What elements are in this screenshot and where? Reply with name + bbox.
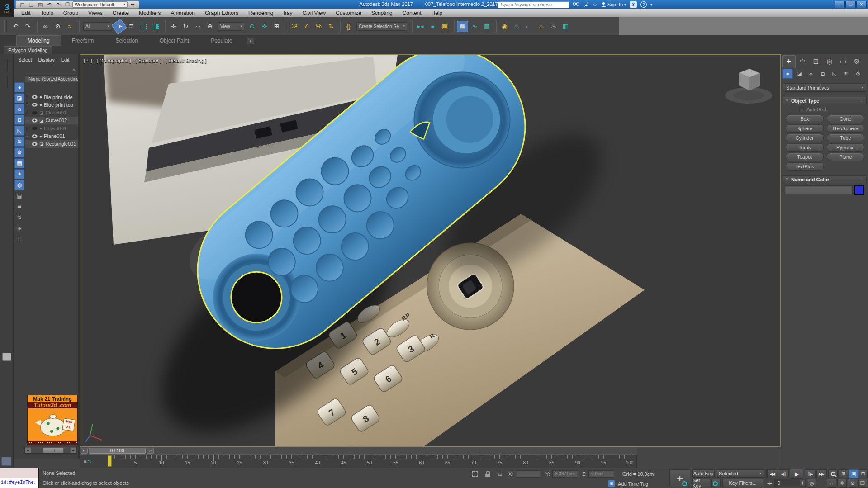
select-object-button[interactable]: ➤ — [111, 19, 127, 34]
hierarchy-toggle-toggle[interactable]: ≣ — [14, 202, 24, 212]
current-time-marker[interactable] — [108, 455, 112, 467]
box-button[interactable]: Box — [786, 115, 824, 123]
isolate-selection-toggle[interactable] — [471, 470, 479, 478]
listener-macro-row[interactable] — [0, 468, 38, 478]
add-time-tag-label[interactable]: Add Time Tag — [618, 481, 648, 487]
cone-button[interactable]: Cone — [827, 115, 865, 123]
snaps-toggle-button[interactable]: 3² — [289, 21, 300, 32]
new-file-icon[interactable]: ▢ — [18, 1, 26, 8]
redo-icon[interactable]: ↷ — [54, 1, 62, 8]
display-materials-toggle[interactable]: ◍ — [14, 180, 24, 190]
restore-button[interactable]: ❐ — [845, 1, 856, 8]
explorer-menu-edit[interactable]: Edit — [61, 57, 70, 62]
display-geometry-toggle[interactable]: ● — [14, 82, 24, 92]
mirror-button[interactable]: ▸◂ — [415, 21, 426, 32]
ribbon-tab-selection[interactable]: Selection — [104, 36, 148, 46]
torus-button[interactable]: Torus — [786, 143, 824, 152]
auto-key-button[interactable]: Auto Key — [692, 469, 715, 478]
menu-animation[interactable]: Animation — [166, 9, 200, 17]
time-slider-thumb[interactable]: 0 / 100 — [89, 448, 146, 454]
search-input[interactable] — [498, 1, 569, 8]
render-production-button[interactable]: ♨ — [536, 21, 547, 32]
ribbon-tab-object-paint[interactable]: Object Paint — [149, 36, 200, 46]
cameras-category[interactable]: ◘ — [817, 69, 828, 79]
search-collapse-icon[interactable]: ▸ — [492, 3, 494, 7]
communication-center-icon[interactable] — [583, 2, 589, 8]
display-lights-toggle[interactable]: ☼ — [14, 104, 24, 114]
absolute-mode-transform-icon[interactable]: ⊡ — [497, 470, 504, 478]
dock-grip[interactable] — [5, 60, 8, 71]
workspace-menu-icon[interactable]: ≂ — [128, 1, 137, 8]
go-to-end-button[interactable]: ▶▶ — [816, 469, 827, 478]
y-coordinate-field[interactable]: 3,3871cm — [552, 470, 578, 478]
window-crossing-toggle-button[interactable] — [150, 21, 161, 32]
geosphere-button[interactable]: GeoSphere — [827, 124, 865, 133]
edit-named-selection-sets-button[interactable]: {} — [343, 21, 354, 32]
unlink-selection-button[interactable]: ⊘ — [52, 21, 63, 32]
shapes-category[interactable]: ◪ — [794, 69, 805, 79]
x-coordinate-field[interactable] — [516, 470, 541, 478]
autogrid-checkbox[interactable] — [799, 107, 804, 112]
time-slider[interactable]: < 0 / 100 > — [80, 447, 637, 454]
search-icon[interactable] — [573, 2, 579, 7]
render-setup-button[interactable]: ♨ — [511, 21, 522, 32]
expand-toggle-toggle[interactable]: ⇅ — [14, 213, 24, 223]
curve-editor-button[interactable]: ∿ — [469, 21, 480, 32]
viewport-label-segment-2[interactable]: [ Standard ] — [135, 58, 161, 63]
undo-icon[interactable]: ↶ — [45, 1, 53, 8]
visibility-eye-icon[interactable] — [32, 103, 38, 107]
toggle-ribbon-button[interactable]: ▦ — [457, 21, 468, 32]
toggle-scene-explorer-button[interactable]: ▤ — [439, 21, 451, 32]
set-key-icon-button[interactable] — [711, 479, 721, 487]
zoom-extents-all-button[interactable]: ⊡ — [859, 469, 868, 478]
set-keys-button[interactable]: + — [669, 469, 690, 487]
ab-comparison-button[interactable]: ◧ — [560, 21, 571, 32]
explorer-row-blue-print-top[interactable]: ●Blue print top — [25, 101, 78, 109]
menu-civil-view[interactable]: Civil View — [297, 9, 331, 17]
orbit-button[interactable]: ⊚ — [848, 479, 857, 488]
select-and-manipulate-button[interactable]: ✜ — [259, 21, 270, 32]
explorer-row-object001[interactable]: ●Object001 — [25, 124, 78, 132]
zoom-region-button[interactable]: ◌ — [827, 479, 836, 488]
visibility-eye-icon[interactable] — [32, 111, 38, 115]
schematic-view-button[interactable]: ▥ — [481, 21, 493, 32]
object-color-swatch[interactable] — [854, 185, 864, 195]
geometry-category[interactable]: ● — [782, 69, 793, 79]
plane-button[interactable]: Plane — [827, 153, 865, 161]
3ds-max-app-logo[interactable]: 3 MAX — [0, 0, 14, 17]
display-xrefs-toggle[interactable]: ✦ — [14, 169, 24, 179]
lights-category[interactable]: ☼ — [806, 69, 816, 79]
explorer-menu-select[interactable]: Select — [18, 57, 32, 62]
save-file-icon[interactable]: ▤ — [36, 1, 44, 8]
z-coordinate-field[interactable]: 0,0cm — [588, 470, 614, 478]
help-chevron-icon[interactable]: ▾ — [650, 3, 652, 7]
visibility-eye-icon[interactable] — [32, 134, 38, 138]
workspace-dropdown[interactable]: Workspace: Default ▾ — [72, 1, 128, 8]
percent-snap-toggle-button[interactable]: % — [313, 21, 324, 32]
utilities-tab[interactable]: ⚙ — [850, 55, 863, 68]
ribbon-overflow-icon[interactable]: ▾ — [247, 38, 254, 44]
open-file-icon[interactable]: ❏ — [27, 1, 35, 8]
spinner-snap-toggle-button[interactable]: ⇅ — [325, 21, 337, 32]
explorer-row-ble-print-side[interactable]: ●Ble print side — [25, 93, 78, 101]
pyramid-button[interactable]: Pyramid — [827, 143, 865, 152]
viewport-canvas[interactable]: MF DC MUTE RP R 12345678 — [80, 55, 780, 446]
material-editor-button[interactable]: ◉ — [499, 21, 510, 32]
menu-help[interactable]: Help — [427, 9, 448, 17]
helpers-category[interactable]: ◺ — [829, 69, 840, 79]
project-folder-icon[interactable]: ❐ — [63, 1, 71, 8]
explorer-row-plane001[interactable]: ●Plane001 — [25, 133, 78, 140]
menu-graph-editors[interactable]: Graph Editors — [200, 9, 243, 17]
explorer-hscrollbar[interactable]: ◀ ||| ▶ — [24, 447, 77, 454]
pan-hand-button[interactable]: ✥ — [837, 479, 847, 488]
selection-lock-toggle[interactable] — [484, 470, 491, 478]
maxscript-mini-listener[interactable]: id:#eyeInThe: — [0, 468, 39, 488]
menu-rendering[interactable]: Rendering — [243, 9, 278, 17]
ribbon-tab-modeling[interactable]: Modeling — [16, 35, 61, 46]
menu-content[interactable]: Content — [398, 9, 427, 17]
redo-button[interactable]: ↷ — [22, 21, 33, 32]
grid-toggle-toggle[interactable]: ⊞ — [14, 223, 24, 233]
previous-frame-button[interactable]: ◀❙ — [778, 469, 789, 478]
track-bar[interactable]: ∿ 05101520253035404550556065707580859095… — [80, 454, 637, 468]
menu-scripting[interactable]: Scripting — [366, 9, 398, 17]
